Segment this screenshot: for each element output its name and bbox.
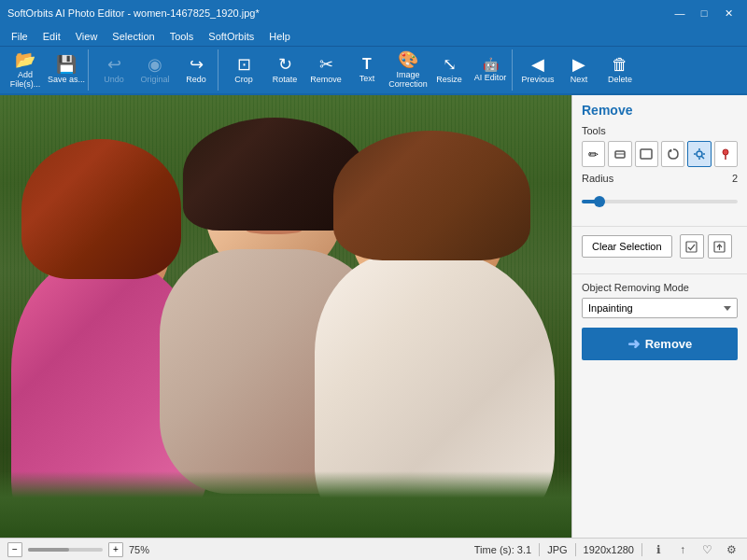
- menu-help[interactable]: Help: [261, 29, 298, 44]
- tools-row: ✏: [582, 141, 738, 167]
- menu-file[interactable]: File: [4, 29, 35, 44]
- toolbar-group-file: 📂 Add File(s)... 💾 Save as...: [4, 49, 89, 91]
- menu-view[interactable]: View: [68, 29, 106, 44]
- object-mode-label: Object Removing Mode: [582, 282, 738, 293]
- execute-remove-label: Remove: [645, 337, 693, 351]
- next-icon: ▶: [572, 56, 585, 73]
- clear-selection-button[interactable]: Clear Selection: [582, 235, 672, 258]
- save-as-button[interactable]: 💾 Save as...: [47, 50, 86, 90]
- magic-wand-tool-btn[interactable]: [687, 141, 711, 167]
- status-divider-2: [575, 543, 576, 556]
- text-label: Text: [359, 74, 375, 83]
- crop-button[interactable]: ⊡ Crop: [224, 50, 263, 90]
- person-left-hair: [21, 139, 181, 278]
- rect-tool-btn[interactable]: [635, 141, 658, 167]
- zoom-slider-fill: [28, 548, 69, 552]
- resize-button[interactable]: ⤡ Resize: [430, 50, 469, 90]
- zoom-out-button[interactable]: −: [7, 542, 22, 557]
- radius-slider-container[interactable]: [582, 192, 738, 211]
- rotate-button[interactable]: ↻ Rotate: [265, 50, 304, 90]
- status-bar: − + 75% Time (s): 3.1 JPG 1920x1280 ℹ ↑ …: [0, 538, 747, 560]
- original-label: Original: [140, 75, 169, 84]
- action-row: Clear Selection: [582, 234, 738, 259]
- maximize-button[interactable]: □: [693, 4, 715, 22]
- close-button[interactable]: ✕: [717, 4, 740, 22]
- image-correction-button[interactable]: 🎨 Image Correction: [388, 50, 428, 90]
- panel-remove-section: Remove Tools ✏: [572, 95, 747, 227]
- delete-label: Delete: [608, 75, 632, 84]
- person-right: [315, 131, 555, 538]
- time-label: Time (s): 3.1: [474, 544, 531, 555]
- menu-softorbits[interactable]: SoftOrbits: [201, 29, 261, 44]
- redo-icon: ↪: [190, 56, 204, 73]
- main-area: Remove Tools ✏: [0, 95, 747, 538]
- clear-selection-section: Clear Selection: [572, 227, 747, 274]
- window-title: SoftOrbits AI Photo Editor - women-14678…: [7, 7, 669, 19]
- original-button[interactable]: ◉ Original: [135, 50, 175, 90]
- radius-slider-track: [582, 200, 738, 203]
- menu-tools[interactable]: Tools: [162, 29, 202, 44]
- undo-icon: ↩: [107, 56, 121, 73]
- radius-slider-thumb[interactable]: [594, 196, 605, 207]
- resize-icon: ⤡: [443, 56, 457, 73]
- load-mask-button[interactable]: [708, 234, 732, 259]
- add-files-icon: 📂: [15, 51, 35, 68]
- previous-button[interactable]: ◀ Previous: [518, 50, 557, 90]
- next-label: Next: [571, 75, 588, 84]
- save-mask-button[interactable]: [680, 234, 704, 259]
- favorite-button[interactable]: ♡: [698, 541, 715, 558]
- status-divider-3: [641, 543, 642, 556]
- object-mode-dropdown[interactable]: Inpainting Content-Aware Fill Smart Fill: [582, 298, 738, 318]
- undo-button[interactable]: ↩ Undo: [94, 50, 134, 90]
- toolbar-group-tools: ⊡ Crop ↻ Rotate ✂ Remove T Text 🎨 Image …: [222, 49, 513, 91]
- pin-tool-btn[interactable]: [714, 141, 738, 167]
- add-files-button[interactable]: 📂 Add File(s)...: [6, 50, 45, 90]
- svg-rect-2: [641, 149, 652, 159]
- person-right-hair: [333, 131, 530, 261]
- settings-button[interactable]: ⚙: [723, 541, 740, 558]
- toolbar-group-edit: ↩ Undo ◉ Original ↪ Redo: [92, 49, 218, 91]
- save-as-label: Save as...: [48, 75, 85, 84]
- menu-edit[interactable]: Edit: [35, 29, 68, 44]
- status-right: Time (s): 3.1 JPG 1920x1280 ℹ ↑ ♡ ⚙: [474, 541, 740, 558]
- delete-icon: 🗑: [612, 56, 628, 73]
- status-divider-1: [539, 543, 540, 556]
- share-button[interactable]: ↑: [674, 541, 691, 558]
- window-controls: — □ ✕: [669, 4, 740, 22]
- crop-label: Crop: [234, 75, 253, 84]
- radius-label: Radius: [582, 173, 613, 184]
- radius-value: 2: [732, 173, 738, 184]
- toolbar: 📂 Add File(s)... 💾 Save as... ↩ Undo ◉ O…: [0, 47, 747, 95]
- crop-icon: ⊡: [237, 56, 251, 73]
- svg-point-9: [723, 149, 728, 155]
- redo-button[interactable]: ↪ Redo: [176, 50, 216, 90]
- remove-arrow-icon: ➜: [627, 335, 640, 353]
- ai-editor-button[interactable]: 🤖 AI Editor: [471, 50, 510, 90]
- toolbar-group-nav: ◀ Previous ▶ Next 🗑 Delete: [516, 49, 641, 91]
- menu-selection[interactable]: Selection: [105, 29, 162, 44]
- right-panel: Remove Tools ✏: [571, 95, 747, 538]
- object-mode-section: Object Removing Mode Inpainting Content-…: [572, 274, 747, 368]
- resolution-label: 1920x1280: [584, 544, 634, 555]
- photo-canvas: [0, 95, 571, 538]
- svg-rect-11: [686, 242, 697, 252]
- minimize-button[interactable]: —: [669, 4, 691, 22]
- lasso-tool-btn[interactable]: [661, 141, 684, 167]
- info-button[interactable]: ℹ: [650, 541, 667, 558]
- zoom-slider[interactable]: [28, 548, 103, 552]
- original-icon: ◉: [148, 56, 162, 73]
- remove-button[interactable]: ✂ Remove: [306, 50, 345, 90]
- pencil-tool-btn[interactable]: ✏: [582, 141, 605, 167]
- remove-label: Remove: [310, 75, 342, 84]
- delete-button[interactable]: 🗑 Delete: [600, 50, 640, 90]
- zoom-in-button[interactable]: +: [108, 542, 123, 557]
- canvas-area[interactable]: [0, 95, 571, 538]
- save-as-icon: 💾: [56, 56, 77, 73]
- format-label: JPG: [547, 544, 567, 555]
- eraser-tool-btn[interactable]: [608, 141, 631, 167]
- remove-icon: ✂: [319, 56, 333, 73]
- execute-remove-button[interactable]: ➜ Remove: [582, 328, 738, 360]
- next-button[interactable]: ▶ Next: [559, 50, 599, 90]
- text-button[interactable]: T Text: [347, 50, 387, 90]
- tools-label: Tools: [582, 125, 738, 136]
